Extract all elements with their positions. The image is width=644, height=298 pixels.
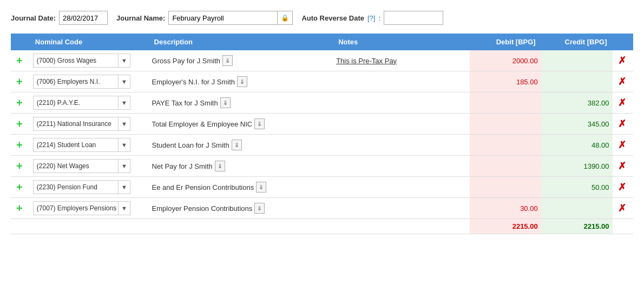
debit-cell — [470, 114, 541, 135]
totals-empty-3 — [149, 219, 333, 234]
nominal-dropdown-arrow[interactable]: ▼ — [118, 138, 130, 151]
description-wrapper: Ee and Er Pension Contributions ⇓ — [152, 182, 330, 193]
add-row-button[interactable]: + — [14, 182, 25, 193]
credit-cell — [541, 50, 613, 71]
notes-cell: This is Pre-Tax Pay — [333, 50, 470, 71]
table-row: + (7000) Gross Wages ▼ Gross Pay for J S… — [11, 50, 633, 71]
description-text: Employer's N.I. for J Smith — [152, 78, 235, 86]
debit-cell — [470, 156, 541, 177]
nominal-dropdown-arrow[interactable]: ▼ — [118, 117, 130, 130]
auto-reverse-label: Auto Reverse Date — [301, 14, 364, 22]
notes-cell — [333, 71, 470, 92]
journal-date-label: Journal Date: — [11, 14, 56, 22]
notes-cell — [333, 114, 470, 135]
delete-row-button[interactable]: ✗ — [616, 181, 628, 193]
journal-table: Nominal Code Description Notes Debit [BP… — [11, 34, 633, 234]
description-text: Employer Pension Contributions — [152, 204, 253, 213]
credit-cell — [541, 71, 613, 92]
journal-name-group: Journal Name: 🔒 — [116, 11, 293, 25]
table-row: + (2211) National Insurance ▼ Total Empl… — [11, 114, 633, 135]
journal-name-label: Journal Name: — [116, 14, 165, 22]
nominal-code-select[interactable]: (2230) Pension Fund ▼ — [33, 180, 130, 194]
nominal-dropdown-arrow[interactable]: ▼ — [118, 181, 130, 194]
description-expand-button[interactable]: ⇓ — [232, 140, 242, 150]
delete-row-button[interactable]: ✗ — [616, 97, 628, 109]
nominal-code-select[interactable]: (7006) Employers N.I. ▼ — [33, 75, 130, 89]
nominal-code-value: (7007) Employers Pensions — [34, 204, 118, 212]
delete-row-button[interactable]: ✗ — [616, 202, 628, 214]
nominal-code-value: (2220) Net Wages — [34, 162, 118, 170]
nominal-dropdown-arrow[interactable]: ▼ — [118, 160, 130, 173]
nominal-code-select[interactable]: (2220) Net Wages ▼ — [33, 159, 130, 173]
col-add — [11, 34, 30, 50]
auto-reverse-input[interactable] — [384, 11, 443, 25]
add-row-button[interactable]: + — [14, 55, 25, 66]
debit-cell — [470, 177, 541, 198]
description-expand-button[interactable]: ⇓ — [222, 55, 233, 66]
credit-cell — [541, 198, 613, 219]
totals-empty-2 — [30, 219, 149, 234]
debit-cell: 185.00 — [470, 71, 541, 92]
table-row: + (2230) Pension Fund ▼ Ee and Er Pensio… — [11, 177, 633, 198]
description-text: Net Pay for J Smith — [152, 162, 213, 170]
description-text: PAYE Tax for J Smith — [152, 99, 218, 107]
add-row-button[interactable]: + — [14, 203, 25, 214]
description-expand-button[interactable]: ⇓ — [237, 76, 247, 87]
nominal-dropdown-arrow[interactable]: ▼ — [118, 202, 130, 215]
add-row-button[interactable]: + — [14, 140, 25, 150]
totals-empty-1 — [11, 219, 30, 234]
nominal-code-value: (2230) Pension Fund — [34, 183, 118, 191]
delete-row-button[interactable]: ✗ — [616, 160, 628, 172]
nominal-dropdown-arrow[interactable]: ▼ — [118, 75, 130, 88]
auto-reverse-help-link[interactable]: [?] — [367, 14, 375, 22]
table-row: + (7006) Employers N.I. ▼ Employer's N.I… — [11, 71, 633, 92]
nominal-code-select[interactable]: (7000) Gross Wages ▼ — [33, 54, 130, 68]
credit-cell: 1390.00 — [541, 156, 613, 177]
delete-row-button[interactable]: ✗ — [616, 55, 628, 67]
table-row: + (2214) Student Loan ▼ Student Loan for… — [11, 135, 633, 156]
description-expand-button[interactable]: ⇓ — [254, 203, 265, 214]
description-wrapper: Student Loan for J Smith ⇓ — [152, 140, 330, 150]
nominal-dropdown-arrow[interactable]: ▼ — [118, 54, 130, 67]
credit-cell: 382.00 — [541, 92, 613, 114]
col-debit: Debit [BPG] — [470, 34, 541, 50]
debit-cell: 30.00 — [470, 198, 541, 219]
col-notes: Notes — [333, 34, 470, 50]
journal-name-input[interactable] — [169, 12, 277, 24]
add-row-button[interactable]: + — [14, 118, 25, 129]
table-row: + (2220) Net Wages ▼ Net Pay for J Smith… — [11, 156, 633, 177]
description-expand-button[interactable]: ⇓ — [215, 161, 225, 171]
description-expand-button[interactable]: ⇓ — [220, 97, 231, 108]
delete-row-button[interactable]: ✗ — [616, 139, 628, 151]
journal-date-input[interactable] — [59, 11, 108, 25]
notes-cell — [333, 156, 470, 177]
credit-cell: 48.00 — [541, 135, 613, 156]
lock-icon[interactable]: 🔒 — [277, 11, 292, 24]
description-expand-button[interactable]: ⇓ — [254, 118, 265, 129]
credit-cell: 345.00 — [541, 114, 613, 135]
description-text: Ee and Er Pension Contributions — [152, 183, 254, 191]
nominal-code-select[interactable]: (2211) National Insurance ▼ — [33, 117, 130, 131]
totals-credit: 2215.00 — [541, 219, 613, 234]
description-wrapper: Net Pay for J Smith ⇓ — [152, 161, 330, 171]
credit-cell: 50.00 — [541, 177, 613, 198]
nominal-code-select[interactable]: (7007) Employers Pensions ▼ — [33, 201, 130, 215]
description-expand-button[interactable]: ⇓ — [256, 182, 266, 193]
table-header-row: Nominal Code Description Notes Debit [BP… — [11, 34, 633, 50]
add-row-button[interactable]: + — [14, 97, 25, 108]
add-row-button[interactable]: + — [14, 76, 25, 87]
col-nominal-code: Nominal Code — [30, 34, 149, 50]
add-row-button[interactable]: + — [14, 161, 25, 171]
debit-cell: 2000.00 — [470, 50, 541, 71]
auto-reverse-group: Auto Reverse Date [?]: — [301, 11, 443, 25]
nominal-dropdown-arrow[interactable]: ▼ — [118, 96, 130, 109]
nominal-code-value: (2211) National Insurance — [34, 120, 118, 128]
col-credit: Credit [BPG] — [541, 34, 613, 50]
journal-name-wrapper: 🔒 — [168, 11, 293, 25]
delete-row-button[interactable]: ✗ — [616, 118, 628, 130]
notes-cell — [333, 135, 470, 156]
delete-row-button[interactable]: ✗ — [616, 76, 628, 88]
description-wrapper: PAYE Tax for J Smith ⇓ — [152, 97, 330, 108]
nominal-code-select[interactable]: (2214) Student Loan ▼ — [33, 138, 130, 152]
nominal-code-select[interactable]: (2210) P.A.Y.E. ▼ — [33, 96, 130, 110]
